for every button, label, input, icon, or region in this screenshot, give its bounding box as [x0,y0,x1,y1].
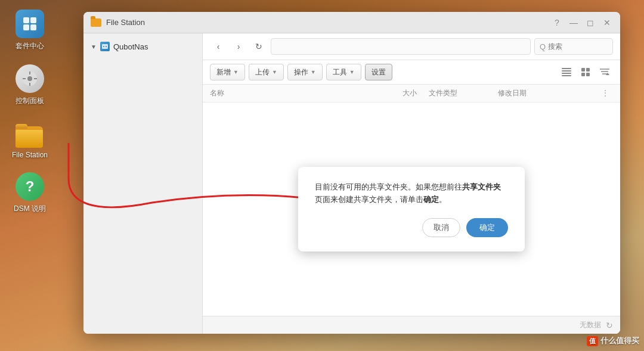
settings-button[interactable]: 设置 [365,64,392,80]
restore-button[interactable]: ◻ [584,17,596,29]
sidebar-arrow-icon: ▼ [91,44,97,50]
control-panel-icon [16,64,44,93]
file-station-label: File Station [12,151,48,159]
watermark-logo: 值 [587,336,598,346]
svg-rect-13 [106,46,107,47]
sidebar-nas-label: QubotNas [113,42,148,51]
titlebar-controls: ? — ◻ ✕ [551,17,613,29]
control-panel-label: 控制面板 [16,96,44,106]
svg-rect-14 [562,68,571,69]
watermark-text: 什么值得买 [600,336,639,346]
svg-rect-20 [581,73,585,76]
watermark: 值 什么值得买 [587,336,639,346]
sidebar-item-file-station[interactable]: File Station [6,116,54,163]
dialog-content: 目前没有可用的共享文件夹。如果您想前往共享文件夹页面来创建共享文件夹，请单击确定… [315,181,508,206]
window-body: ▼ QubotNas ‹ › ↻ [83,33,620,334]
close-button[interactable]: ✕ [601,17,613,29]
svg-rect-1 [30,17,36,23]
title-folder-icon [91,18,101,27]
svg-rect-16 [562,73,571,74]
sidebar: ▼ QubotNas [83,33,203,334]
svg-rect-18 [581,68,585,72]
cancel-button[interactable]: 取消 [422,218,460,237]
dialog-buttons: 取消 确定 [315,218,508,237]
sidebar-item-control-panel[interactable]: 控制面板 [6,61,54,110]
svg-rect-12 [103,46,104,47]
tools-dropdown-arrow: ▼ [349,69,355,75]
window-titlebar: File Station ? — ◻ ✕ [83,12,620,33]
search-icon: Q [540,42,546,51]
minimize-button[interactable]: — [568,17,580,29]
help-button[interactable]: ? [551,17,563,29]
col-type-header: 文件类型 [429,88,498,98]
path-input[interactable] [271,38,531,55]
package-center-label: 套件中心 [16,41,44,51]
main-area: ‹ › ↻ Q 新增 ▼ 上传 [203,33,620,334]
dialog: 目前没有可用的共享文件夹。如果您想前往共享文件夹页面来创建共享文件夹，请单击确定… [298,167,525,251]
svg-rect-3 [30,24,36,30]
operate-button[interactable]: 操作 ▼ [287,64,323,80]
new-dropdown-arrow: ▼ [233,69,239,75]
upload-button[interactable]: 上传 ▼ [249,64,284,80]
new-button[interactable]: 新增 ▼ [210,64,245,80]
col-date-header: 修改日期 [498,88,601,98]
file-list: 目前没有可用的共享文件夹。如果您想前往共享文件夹页面来创建共享文件夹，请单击确定… [203,102,620,316]
back-button[interactable]: ‹ [210,38,227,55]
search-input[interactable] [548,42,608,51]
dialog-overlay: 目前没有可用的共享文件夹。如果您想前往共享文件夹页面来创建共享文件夹，请单击确定… [203,102,620,316]
action-bar: 新增 ▼ 上传 ▼ 操作 ▼ 工具 ▼ [203,60,620,85]
window-title: File Station [106,18,145,27]
col-size-header: 大小 [348,88,429,98]
taskbar: 套件中心 控制面板 [0,0,60,351]
svg-rect-21 [586,73,590,76]
desktop: 套件中心 控制面板 [0,0,644,351]
svg-rect-11 [102,44,108,49]
view-controls [558,64,613,80]
svg-rect-15 [562,70,571,72]
search-box: Q [534,38,613,55]
window-footer: 无数据 ↻ [203,316,620,334]
refresh-nav-button[interactable]: ↻ [250,38,267,55]
svg-rect-0 [23,17,29,23]
file-station-icon [16,119,44,148]
confirm-button[interactable]: 确定 [466,218,508,237]
footer-refresh-icon[interactable]: ↻ [606,321,613,330]
nas-icon [100,42,110,51]
package-center-icon [16,10,44,38]
sidebar-nas-item[interactable]: ▼ QubotNas [83,38,202,55]
operate-dropdown-arrow: ▼ [311,69,316,75]
upload-dropdown-arrow: ▼ [272,69,277,75]
forward-button[interactable]: › [230,38,247,55]
sidebar-item-dsm-help[interactable]: ? DSM 说明 [6,169,54,218]
titlebar-left: File Station [91,18,145,27]
svg-rect-2 [23,24,29,30]
grid-view-button[interactable] [577,64,594,80]
svg-rect-17 [562,75,571,76]
tools-button[interactable]: 工具 ▼ [326,64,361,80]
file-list-header: 名称 大小 文件类型 修改日期 ⋮ [203,85,620,102]
sort-button[interactable] [596,64,613,80]
dsm-help-label: DSM 说明 [14,204,46,214]
dsm-help-icon: ? [16,172,44,201]
list-view-button[interactable] [558,64,575,80]
sidebar-item-package-center[interactable]: 套件中心 [6,6,54,55]
svg-point-5 [27,76,32,81]
file-station-window: File Station ? — ◻ ✕ ▼ [83,12,620,334]
no-data-text: 无数据 [580,320,601,330]
col-name-header: 名称 [210,88,348,98]
more-col-icon[interactable]: ⋮ [601,88,613,98]
svg-rect-19 [586,68,590,72]
toolbar: ‹ › ↻ Q [203,33,620,60]
